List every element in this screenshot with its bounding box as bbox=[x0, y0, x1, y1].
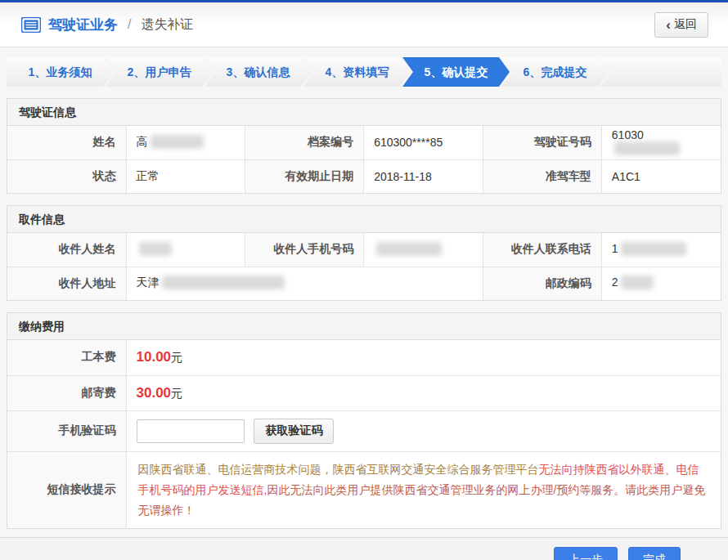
production-fee-label: 工本费 bbox=[7, 340, 126, 375]
pickup-info-section-title: 取件信息 bbox=[7, 206, 721, 233]
license-number-value: 61030 bbox=[601, 126, 721, 159]
postage-fee-label: 邮寄费 bbox=[7, 375, 126, 410]
name-label: 姓名 bbox=[7, 126, 126, 159]
postal-code-value: 2 bbox=[601, 267, 721, 300]
step-wizard: 1、业务须知 2、用户申告 3、确认信息 4、资料填写 5、确认提交 6、完成提… bbox=[7, 57, 721, 87]
breadcrumb: 驾驶证业务 / 遗失补证 bbox=[21, 16, 654, 34]
step-3-confirm-info: 3、确认信息 bbox=[204, 57, 312, 87]
table-row: 状态 正常 有效期止日期 2018-11-18 准驾车型 A1C1 bbox=[7, 159, 721, 193]
sms-notice-text: 因陕西省联通、电信运营商技术问题，陕西省互联网交通安全综合服务管理平台无法向持陕… bbox=[126, 451, 721, 528]
back-chevron-icon: ‹ bbox=[666, 18, 671, 32]
recipient-name-label: 收件人姓名 bbox=[7, 233, 126, 267]
table-row: 工本费 10.00元 bbox=[7, 340, 721, 375]
sms-code-label: 手机验证码 bbox=[7, 410, 126, 451]
recipient-address-value: 天津 bbox=[126, 267, 483, 300]
redacted-blur bbox=[139, 242, 172, 256]
finish-button[interactable]: 完成 bbox=[628, 547, 681, 560]
license-number-label: 驾驶证号码 bbox=[483, 126, 601, 159]
page-title: 驾驶证业务 bbox=[48, 16, 118, 34]
fees-section: 缴纳费用 工本费 10.00元 邮寄费 30.00元 手机验证码 获取验证码 短… bbox=[7, 312, 721, 529]
vehicle-class-label: 准驾车型 bbox=[483, 159, 601, 193]
table-row: 收件人姓名 收件人手机号码 收件人联系电话 1 bbox=[7, 233, 721, 267]
recipient-address-label: 收件人地址 bbox=[7, 267, 126, 300]
postage-fee-amount: 30.00 bbox=[137, 385, 172, 401]
notice-part-1: 因陕西省联通、电信运营商技术问题，陕西省互联网交通安全综合服务管理平台 bbox=[138, 463, 539, 476]
redacted-blur bbox=[621, 242, 686, 256]
fees-table: 工本费 10.00元 邮寄费 30.00元 手机验证码 获取验证码 短信接收提示… bbox=[7, 340, 721, 528]
table-row: 手机验证码 获取验证码 bbox=[7, 410, 721, 451]
file-number-value: 610300****85 bbox=[364, 126, 483, 159]
pickup-info-table: 收件人姓名 收件人手机号码 收件人联系电话 1 收件人地址 天津 邮政编码 2 bbox=[7, 233, 721, 300]
back-button-label: 返回 bbox=[674, 17, 697, 32]
step-6-finish-submit: 6、完成提交 bbox=[501, 57, 609, 87]
expiry-date-value: 2018-11-18 bbox=[364, 159, 483, 193]
page-header: 驾驶证业务 / 遗失补证 ‹ 返回 bbox=[0, 2, 728, 47]
recipient-mobile-value bbox=[364, 233, 483, 267]
footer-action-bar: 上一步 完成 bbox=[0, 537, 728, 560]
sms-notice-label: 短信接收提示 bbox=[7, 451, 126, 528]
redacted-blur bbox=[376, 242, 442, 256]
license-info-section-title: 驾驶证信息 bbox=[7, 99, 721, 126]
recipient-name-value bbox=[126, 233, 245, 267]
get-sms-code-button[interactable]: 获取验证码 bbox=[254, 419, 334, 444]
production-fee-value: 10.00元 bbox=[126, 340, 721, 375]
vehicle-class-value: A1C1 bbox=[601, 159, 721, 193]
license-info-section: 驾驶证信息 姓名 高 档案编号 610300****85 驾驶证号码 61030… bbox=[7, 98, 721, 194]
table-row: 收件人地址 天津 邮政编码 2 bbox=[7, 267, 721, 300]
status-value: 正常 bbox=[126, 159, 245, 193]
name-value: 高 bbox=[126, 126, 245, 159]
fees-section-title: 缴纳费用 bbox=[7, 313, 721, 340]
sms-code-input[interactable] bbox=[137, 419, 245, 443]
back-button[interactable]: ‹ 返回 bbox=[654, 12, 708, 38]
file-number-label: 档案编号 bbox=[245, 126, 364, 159]
previous-step-button[interactable]: 上一步 bbox=[554, 547, 618, 560]
postal-code-label: 邮政编码 bbox=[483, 267, 601, 300]
breadcrumb-separator: / bbox=[128, 17, 131, 32]
redacted-blur bbox=[151, 135, 204, 149]
production-fee-unit: 元 bbox=[171, 351, 182, 364]
production-fee-amount: 10.00 bbox=[137, 349, 172, 365]
step-4-fill-materials: 4、资料填写 bbox=[303, 57, 411, 87]
redacted-blur bbox=[162, 276, 285, 289]
recipient-phone-value: 1 bbox=[601, 233, 721, 267]
step-wizard-filler bbox=[600, 57, 721, 87]
table-row: 姓名 高 档案编号 610300****85 驾驶证号码 61030 bbox=[7, 126, 721, 159]
postage-fee-unit: 元 bbox=[171, 387, 182, 400]
recipient-mobile-label: 收件人手机号码 bbox=[245, 233, 364, 267]
menu-list-icon bbox=[21, 17, 41, 33]
pickup-info-section: 取件信息 收件人姓名 收件人手机号码 收件人联系电话 1 收件人地址 天津 邮政… bbox=[7, 205, 721, 301]
redacted-blur bbox=[621, 276, 654, 289]
step-1-business-notice: 1、业务须知 bbox=[7, 57, 114, 87]
step-2-user-declaration: 2、用户申告 bbox=[106, 57, 213, 87]
license-info-table: 姓名 高 档案编号 610300****85 驾驶证号码 61030 状态 正常… bbox=[7, 126, 721, 193]
step-5-confirm-submit-active: 5、确认提交 bbox=[402, 57, 510, 87]
status-label: 状态 bbox=[7, 159, 126, 193]
sms-code-cell: 获取验证码 bbox=[126, 410, 721, 451]
table-row: 邮寄费 30.00元 bbox=[7, 375, 721, 410]
page-subtitle: 遗失补证 bbox=[141, 16, 193, 34]
recipient-phone-label: 收件人联系电话 bbox=[483, 233, 601, 267]
expiry-date-label: 有效期止日期 bbox=[245, 159, 364, 193]
postage-fee-value: 30.00元 bbox=[126, 375, 721, 410]
table-row: 短信接收提示 因陕西省联通、电信运营商技术问题，陕西省互联网交通安全综合服务管理… bbox=[7, 451, 721, 528]
redacted-blur bbox=[614, 141, 680, 155]
